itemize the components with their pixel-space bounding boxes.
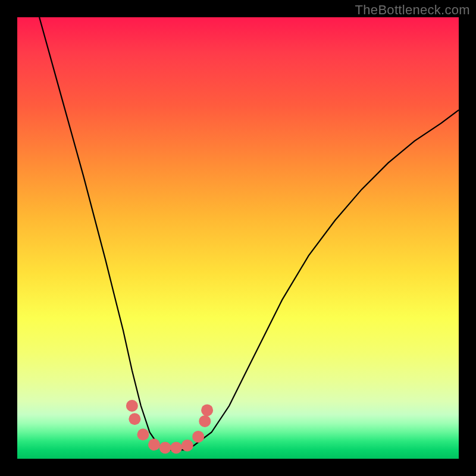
curve-marker xyxy=(192,431,204,443)
curve-marker xyxy=(170,442,182,454)
watermark-text: TheBottleneck.com xyxy=(355,2,470,18)
curve-marker xyxy=(129,413,140,425)
curve-marker xyxy=(199,415,211,427)
curve-marker xyxy=(126,400,138,412)
curve-marker xyxy=(148,439,160,450)
curve-marker xyxy=(137,428,149,440)
chart-svg xyxy=(17,17,459,459)
curve-line xyxy=(39,17,459,450)
curve-marker xyxy=(201,404,213,416)
marker-group xyxy=(126,400,213,454)
curve-marker xyxy=(181,440,193,452)
curve-marker xyxy=(159,442,171,454)
chart-area xyxy=(17,17,459,459)
